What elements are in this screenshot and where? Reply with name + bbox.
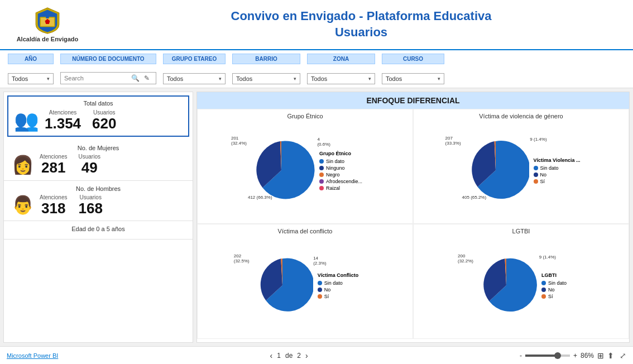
users-icon: 👥: [14, 109, 39, 132]
logo-area: Alcaldía de Envigado: [11, 7, 84, 42]
main-content: Total datos 👥 Atenciones 1.354 Usuarios …: [0, 88, 633, 346]
legend-violencia-title: Víctima Violencia ...: [534, 157, 581, 163]
legend-lgbti: LGBTI Sin dato No Sí: [541, 272, 567, 299]
filter-zona-label: ZONA: [307, 54, 375, 64]
filter-barrio-group: BARRIO Todos ▾: [230, 50, 303, 88]
filter-etareo-select[interactable]: Todos ▾: [163, 73, 226, 84]
legend-etnico: Grupo Étnico Sin dato Ninguno Negro Afro…: [319, 151, 362, 191]
filter-doc-label: NÚMERO DE DOCUMENTO: [60, 54, 156, 64]
stat-mujeres-title: No. de Mujeres: [12, 145, 185, 151]
zoom-plus-button[interactable]: +: [573, 352, 577, 360]
chevron-down-icon: ▾: [294, 76, 296, 82]
page-of-label: de: [285, 352, 292, 360]
stat-hombres-atenciones-label: Atenciones: [40, 194, 67, 200]
chart-conflicto: Víctima del conflicto 202(32.5%) 14(2.3%: [197, 224, 413, 339]
chart-conflicto-title: Víctima del conflicto: [278, 228, 333, 234]
chart-conflicto-area: 202(32.5%) 14(2.3%) Víctima Conflicto Si…: [201, 237, 409, 335]
filter-bar: AÑO Todos ▾ NÚMERO DE DOCUMENTO 🔍 ✎ GRUP…: [0, 50, 633, 88]
zoom-controls: - + 86% ⊞ ⬆ ⤢: [520, 351, 626, 360]
svg-rect-3: [46, 15, 49, 18]
filter-doc-group: NÚMERO DE DOCUMENTO 🔍 ✎: [58, 50, 159, 88]
zoom-minus-button[interactable]: -: [520, 352, 522, 360]
etnico-annotation-1: 201(32.4%): [231, 136, 247, 146]
chart-etnico-title: Grupo Étnico: [287, 113, 323, 119]
search-input[interactable]: [64, 75, 131, 82]
stat-hombres-usuarios-value: 168: [78, 200, 102, 217]
filter-ano-select[interactable]: Todos ▾: [8, 73, 54, 84]
filter-zona-select[interactable]: Todos ▾: [307, 73, 375, 84]
chevron-down-icon: ▾: [219, 76, 222, 82]
chevron-down-icon: ▾: [47, 76, 50, 82]
left-panel: Total datos 👥 Atenciones 1.354 Usuarios …: [3, 92, 193, 343]
mujer-icon: 👩: [12, 154, 34, 175]
chart-etnico-area: 201(32.4%) 4(0.6%) 412 (66.3%) Grupo Étn…: [201, 122, 409, 220]
filter-etareo-group: GRUPO ETAREO Todos ▾: [161, 50, 228, 88]
conf-ann-2: 14(2.3%): [313, 256, 327, 266]
charts-grid: Grupo Étnico 201(32.4%) 4: [197, 109, 629, 339]
stat-mujeres-block: No. de Mujeres 👩 Atenciones 281 Usuarios…: [4, 140, 193, 181]
chevron-down-icon: ▾: [438, 76, 440, 82]
page-title: Convivo en Envigado - Plataforma Educati…: [100, 8, 622, 40]
pie-violencia-container: 207(33.3%) 9 (1.4%) 405 (65.2%): [462, 137, 529, 205]
filter-barrio-label: BARRIO: [232, 54, 300, 64]
legend-lgbti-title: LGBTI: [541, 272, 567, 278]
stat-hombres-atenciones-value: 318: [40, 200, 67, 217]
stat-mujeres-usuarios-value: 49: [78, 160, 100, 176]
pagination: ‹ 1 de 2 ›: [270, 351, 308, 360]
viol-ann-2: 9 (1.4%): [530, 137, 546, 142]
page-current: 1: [277, 352, 281, 360]
prev-page-button[interactable]: ‹: [270, 351, 273, 360]
pie-etnico: [248, 137, 315, 204]
pie-lgbti-container: 200(32.2%) 9 (1.4%): [476, 255, 537, 318]
legend-conflicto-title: Víctima Conflicto: [318, 272, 359, 278]
chart-lgbti-area: 200(32.2%) 9 (1.4%) LGBTI Sin dato No Sí: [417, 237, 625, 335]
stat-total-title: Total datos: [14, 100, 183, 107]
filter-curso-label: CURSO: [382, 54, 444, 64]
lgbti-ann-1: 200(32.2%): [458, 253, 473, 264]
viol-ann-3: 405 (65.2%): [462, 195, 487, 200]
filter-zona-group: ZONA Todos ▾: [305, 50, 377, 88]
logo-icon: [33, 7, 61, 35]
stat-hombres-usuarios-label: Usuarios: [78, 194, 102, 200]
edit-icon[interactable]: ✎: [144, 74, 150, 82]
fit-page-icon[interactable]: ⊞: [597, 351, 604, 360]
footer: Microsoft Power BI ‹ 1 de 2 › - + 86% ⊞ …: [0, 346, 633, 364]
legend-conflicto: Víctima Conflicto Sin dato No Sí: [318, 272, 359, 299]
zoom-slider[interactable]: [525, 355, 570, 357]
right-panel: ENFOQUE DIFERENCIAL Grupo Étnico: [196, 92, 630, 343]
pie-etnico-container: 201(32.4%) 4(0.6%) 412 (66.3%): [248, 137, 315, 205]
filter-etareo-label: GRUPO ETAREO: [163, 54, 226, 64]
powerbi-link[interactable]: Microsoft Power BI: [7, 352, 58, 359]
pie-conflicto: [252, 255, 313, 316]
chart-violencia-title: Víctima de violencia de género: [479, 113, 563, 119]
next-page-button[interactable]: ›: [305, 351, 308, 360]
header: Alcaldía de Envigado Convivo en Envigado…: [0, 0, 633, 50]
stat-hombres-block: No. de Hombres 👨 Atenciones 318 Usuarios…: [4, 181, 193, 222]
conf-ann-1: 202(32.5%): [234, 253, 250, 264]
zoom-fill: [525, 355, 558, 357]
etnico-annotation-2: 4(0.6%): [317, 137, 330, 147]
filter-barrio-select[interactable]: Todos ▾: [232, 73, 300, 84]
zoom-thumb: [554, 352, 561, 359]
doc-search-box: 🔍 ✎: [60, 72, 156, 84]
filter-ano-label: AÑO: [8, 54, 54, 64]
filter-ano-group: AÑO Todos ▾: [6, 50, 56, 88]
filter-curso-select[interactable]: Todos ▾: [382, 73, 444, 84]
footer-action-icons: ⬆ ⤢: [607, 351, 626, 360]
stat-total-usuarios-value: 620: [92, 116, 116, 132]
chevron-down-icon: ▾: [368, 76, 371, 82]
enfoque-header: ENFOQUE DIFERENCIAL: [197, 92, 629, 109]
share-icon[interactable]: ⬆: [607, 351, 614, 360]
header-title: Convivo en Envigado - Plataforma Educati…: [100, 8, 622, 40]
expand-icon[interactable]: ⤢: [620, 351, 626, 360]
stat-total-atenciones-value: 1.354: [45, 116, 81, 132]
pie-violencia: [462, 137, 529, 204]
legend-violencia: Víctima Violencia ... Sin dato No Sí: [534, 157, 581, 184]
chart-etnico: Grupo Étnico 201(32.4%) 4: [197, 109, 413, 224]
filter-curso-group: CURSO Todos ▾: [380, 50, 447, 88]
zoom-value: 86%: [581, 352, 594, 360]
pie-conflicto-container: 202(32.5%) 14(2.3%): [252, 255, 313, 318]
chart-violencia-area: 207(33.3%) 9 (1.4%) 405 (65.2%) Víctima …: [417, 122, 625, 220]
legend-etnico-title: Grupo Étnico: [319, 151, 362, 156]
stat-mujeres-atenciones-value: 281: [40, 160, 67, 176]
